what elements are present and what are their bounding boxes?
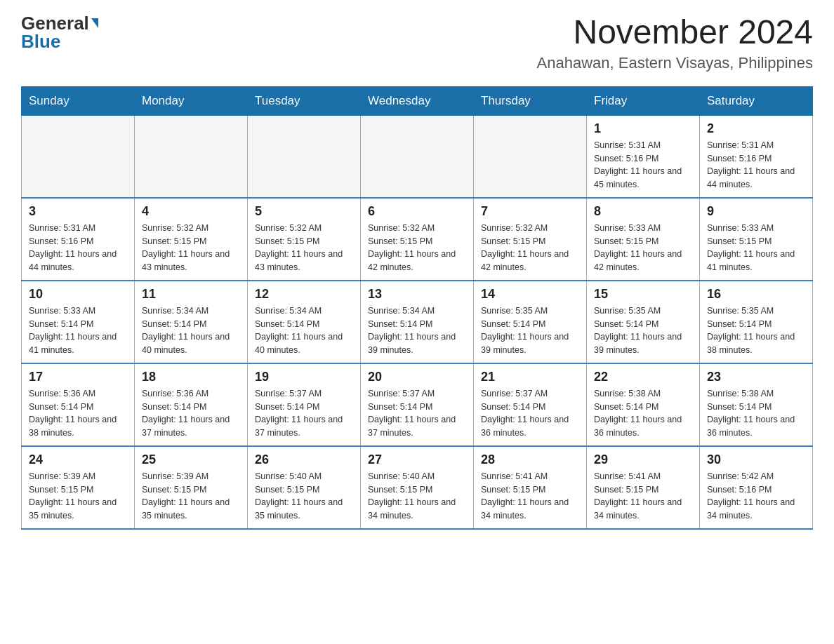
day-info: Sunrise: 5:32 AMSunset: 5:15 PMDaylight:…: [255, 222, 353, 274]
day-number: 3: [29, 204, 127, 219]
day-info: Sunrise: 5:35 AMSunset: 5:14 PMDaylight:…: [594, 304, 692, 357]
calendar-cell: 18Sunrise: 5:36 AMSunset: 5:14 PMDayligh…: [135, 363, 248, 446]
calendar-cell: 23Sunrise: 5:38 AMSunset: 5:14 PMDayligh…: [700, 363, 813, 446]
calendar-cell: 9Sunrise: 5:33 AMSunset: 5:15 PMDaylight…: [700, 198, 813, 281]
day-number: 28: [481, 452, 579, 467]
day-number: 12: [255, 287, 353, 302]
day-number: 26: [255, 452, 353, 467]
day-number: 1: [594, 121, 692, 136]
calendar-week-row: 3Sunrise: 5:31 AMSunset: 5:16 PMDaylight…: [22, 198, 813, 281]
day-info: Sunrise: 5:32 AMSunset: 5:15 PMDaylight:…: [368, 222, 466, 274]
day-info: Sunrise: 5:41 AMSunset: 5:15 PMDaylight:…: [481, 470, 579, 523]
day-number: 21: [481, 370, 579, 384]
calendar-cell: 8Sunrise: 5:33 AMSunset: 5:15 PMDaylight…: [587, 198, 700, 281]
calendar-cell: 21Sunrise: 5:37 AMSunset: 5:14 PMDayligh…: [474, 363, 587, 446]
day-number: 27: [368, 452, 466, 467]
calendar-cell: 29Sunrise: 5:41 AMSunset: 5:15 PMDayligh…: [587, 446, 700, 529]
page-header: General Blue November 2024 Anahawan, Eas…: [21, 14, 813, 72]
day-number: 11: [142, 287, 240, 302]
day-info: Sunrise: 5:32 AMSunset: 5:15 PMDaylight:…: [481, 222, 579, 274]
calendar-cell: 12Sunrise: 5:34 AMSunset: 5:14 PMDayligh…: [248, 281, 361, 363]
calendar-week-row: 17Sunrise: 5:36 AMSunset: 5:14 PMDayligh…: [22, 363, 813, 446]
day-info: Sunrise: 5:31 AMSunset: 5:16 PMDaylight:…: [594, 139, 692, 192]
calendar-week-row: 24Sunrise: 5:39 AMSunset: 5:15 PMDayligh…: [22, 446, 813, 529]
day-number: 14: [481, 287, 579, 302]
calendar-cell: 22Sunrise: 5:38 AMSunset: 5:14 PMDayligh…: [587, 363, 700, 446]
location-title: Anahawan, Eastern Visayas, Philippines: [537, 54, 813, 72]
day-number: 20: [368, 370, 466, 384]
day-info: Sunrise: 5:34 AMSunset: 5:14 PMDaylight:…: [368, 304, 466, 357]
calendar-cell: 17Sunrise: 5:36 AMSunset: 5:14 PMDayligh…: [22, 363, 135, 446]
calendar-cell: [248, 115, 361, 198]
calendar-cell: 4Sunrise: 5:32 AMSunset: 5:15 PMDaylight…: [135, 198, 248, 281]
day-number: 2: [707, 121, 805, 136]
day-number: 29: [594, 452, 692, 467]
day-info: Sunrise: 5:34 AMSunset: 5:14 PMDaylight:…: [255, 304, 353, 357]
day-of-week-header: Sunday: [22, 86, 135, 115]
day-info: Sunrise: 5:33 AMSunset: 5:15 PMDaylight:…: [707, 222, 805, 274]
day-info: Sunrise: 5:35 AMSunset: 5:14 PMDaylight:…: [707, 304, 805, 357]
day-info: Sunrise: 5:31 AMSunset: 5:16 PMDaylight:…: [29, 222, 127, 274]
day-number: 8: [594, 204, 692, 219]
calendar-cell: 20Sunrise: 5:37 AMSunset: 5:14 PMDayligh…: [361, 363, 474, 446]
day-info: Sunrise: 5:33 AMSunset: 5:15 PMDaylight:…: [594, 222, 692, 274]
day-of-week-header: Saturday: [700, 86, 813, 115]
day-info: Sunrise: 5:38 AMSunset: 5:14 PMDaylight:…: [594, 387, 692, 440]
day-number: 5: [255, 204, 353, 219]
day-info: Sunrise: 5:37 AMSunset: 5:14 PMDaylight:…: [481, 387, 579, 440]
day-number: 30: [707, 452, 805, 467]
month-title: November 2024: [537, 14, 813, 51]
day-of-week-header: Tuesday: [248, 86, 361, 115]
calendar-header-row: SundayMondayTuesdayWednesdayThursdayFrid…: [22, 86, 813, 115]
calendar-cell: 2Sunrise: 5:31 AMSunset: 5:16 PMDaylight…: [700, 115, 813, 198]
day-info: Sunrise: 5:41 AMSunset: 5:15 PMDaylight:…: [594, 470, 692, 523]
title-section: November 2024 Anahawan, Eastern Visayas,…: [537, 14, 813, 72]
calendar-cell: [361, 115, 474, 198]
calendar-cell: 3Sunrise: 5:31 AMSunset: 5:16 PMDaylight…: [22, 198, 135, 281]
calendar-table: SundayMondayTuesdayWednesdayThursdayFrid…: [21, 86, 813, 530]
day-number: 19: [255, 370, 353, 384]
day-info: Sunrise: 5:40 AMSunset: 5:15 PMDaylight:…: [255, 470, 353, 523]
day-of-week-header: Monday: [135, 86, 248, 115]
day-number: 18: [142, 370, 240, 384]
calendar-cell: 28Sunrise: 5:41 AMSunset: 5:15 PMDayligh…: [474, 446, 587, 529]
logo-blue: Blue: [21, 32, 60, 51]
logo-general: General: [21, 14, 89, 32]
day-of-week-header: Wednesday: [361, 86, 474, 115]
calendar-week-row: 1Sunrise: 5:31 AMSunset: 5:16 PMDaylight…: [22, 115, 813, 198]
day-info: Sunrise: 5:36 AMSunset: 5:14 PMDaylight:…: [142, 387, 240, 440]
calendar-week-row: 10Sunrise: 5:33 AMSunset: 5:14 PMDayligh…: [22, 281, 813, 363]
calendar-cell: 30Sunrise: 5:42 AMSunset: 5:16 PMDayligh…: [700, 446, 813, 529]
logo-triangle-icon: [91, 18, 98, 28]
logo: General Blue: [21, 14, 98, 51]
calendar-cell: 15Sunrise: 5:35 AMSunset: 5:14 PMDayligh…: [587, 281, 700, 363]
day-number: 25: [142, 452, 240, 467]
day-info: Sunrise: 5:34 AMSunset: 5:14 PMDaylight:…: [142, 304, 240, 357]
day-info: Sunrise: 5:35 AMSunset: 5:14 PMDaylight:…: [481, 304, 579, 357]
calendar-cell: 24Sunrise: 5:39 AMSunset: 5:15 PMDayligh…: [22, 446, 135, 529]
calendar-cell: 16Sunrise: 5:35 AMSunset: 5:14 PMDayligh…: [700, 281, 813, 363]
calendar-cell: [474, 115, 587, 198]
day-number: 6: [368, 204, 466, 219]
day-info: Sunrise: 5:37 AMSunset: 5:14 PMDaylight:…: [368, 387, 466, 440]
day-info: Sunrise: 5:38 AMSunset: 5:14 PMDaylight:…: [707, 387, 805, 440]
day-number: 15: [594, 287, 692, 302]
day-number: 13: [368, 287, 466, 302]
calendar-cell: [135, 115, 248, 198]
day-info: Sunrise: 5:33 AMSunset: 5:14 PMDaylight:…: [29, 304, 127, 357]
day-info: Sunrise: 5:37 AMSunset: 5:14 PMDaylight:…: [255, 387, 353, 440]
calendar-cell: 19Sunrise: 5:37 AMSunset: 5:14 PMDayligh…: [248, 363, 361, 446]
calendar-cell: 1Sunrise: 5:31 AMSunset: 5:16 PMDaylight…: [587, 115, 700, 198]
day-number: 22: [594, 370, 692, 384]
calendar-cell: 5Sunrise: 5:32 AMSunset: 5:15 PMDaylight…: [248, 198, 361, 281]
day-number: 9: [707, 204, 805, 219]
calendar-cell: [22, 115, 135, 198]
calendar-cell: 13Sunrise: 5:34 AMSunset: 5:14 PMDayligh…: [361, 281, 474, 363]
calendar-cell: 25Sunrise: 5:39 AMSunset: 5:15 PMDayligh…: [135, 446, 248, 529]
calendar-cell: 11Sunrise: 5:34 AMSunset: 5:14 PMDayligh…: [135, 281, 248, 363]
day-info: Sunrise: 5:39 AMSunset: 5:15 PMDaylight:…: [142, 470, 240, 523]
calendar-cell: 14Sunrise: 5:35 AMSunset: 5:14 PMDayligh…: [474, 281, 587, 363]
day-info: Sunrise: 5:36 AMSunset: 5:14 PMDaylight:…: [29, 387, 127, 440]
day-number: 17: [29, 370, 127, 384]
day-number: 4: [142, 204, 240, 219]
